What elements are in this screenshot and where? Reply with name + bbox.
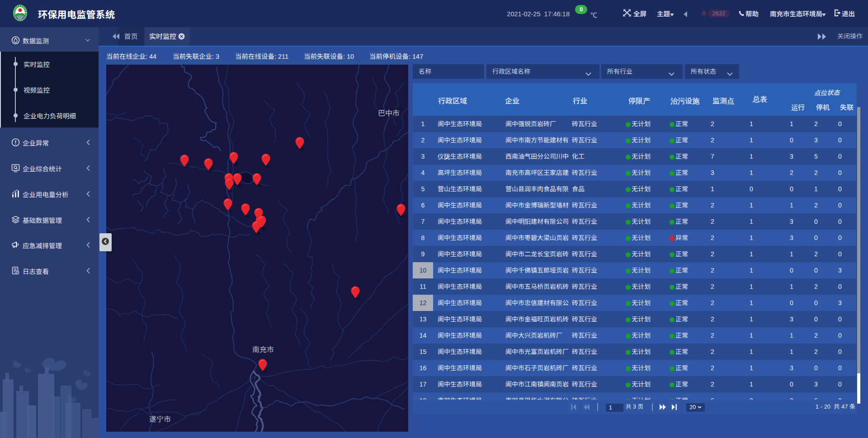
svg-text:南充市: 南充市	[252, 346, 274, 353]
svg-text:遂宁市: 遂宁市	[149, 415, 171, 423]
svg-text:巴中市: 巴中市	[378, 109, 400, 117]
